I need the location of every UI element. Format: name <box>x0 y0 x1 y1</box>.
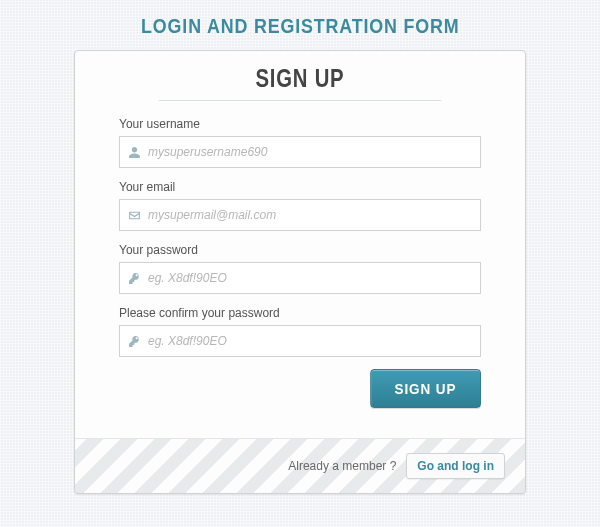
username-input[interactable] <box>148 137 480 167</box>
signup-card: Sign up Your username Your email Your pa… <box>74 50 526 494</box>
username-input-wrap <box>119 136 481 168</box>
username-label: Your username <box>119 117 481 131</box>
envelope-icon <box>120 209 148 222</box>
email-input-wrap <box>119 199 481 231</box>
form-title: Sign up <box>159 63 441 101</box>
email-label: Your email <box>119 180 481 194</box>
go-login-button[interactable]: Go and log in <box>406 453 505 479</box>
confirm-input[interactable] <box>148 326 480 356</box>
email-field-group: Your email <box>119 180 481 231</box>
password-field-group: Your password <box>119 243 481 294</box>
password-label: Your password <box>119 243 481 257</box>
email-input[interactable] <box>148 200 480 230</box>
signup-button[interactable]: SIGN UP <box>371 369 481 408</box>
key-icon <box>120 272 148 285</box>
confirm-label: Please confirm your password <box>119 306 481 320</box>
page-title: LOGIN AND REGISTRATION FORM <box>141 14 459 38</box>
card-footer: Already a member ? Go and log in <box>75 438 525 493</box>
key-icon <box>120 335 148 348</box>
user-icon <box>120 146 148 159</box>
confirm-field-group: Please confirm your password <box>119 306 481 357</box>
password-input[interactable] <box>148 263 480 293</box>
username-field-group: Your username <box>119 117 481 168</box>
form-actions: SIGN UP <box>119 369 481 408</box>
footer-prompt: Already a member ? <box>288 459 396 473</box>
confirm-input-wrap <box>119 325 481 357</box>
password-input-wrap <box>119 262 481 294</box>
